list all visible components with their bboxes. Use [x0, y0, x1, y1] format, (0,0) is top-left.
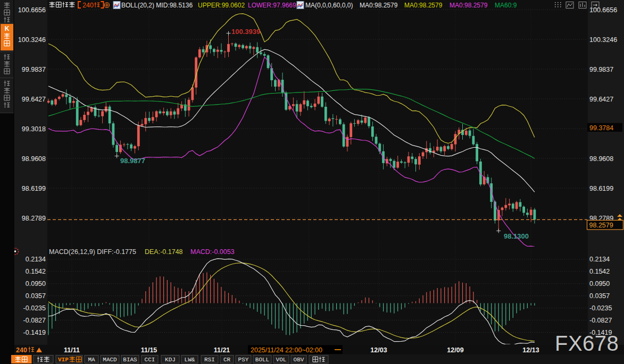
svg-text:11/21: 11/21 — [214, 346, 230, 354]
svg-text:FX678: FX678 — [555, 332, 619, 355]
svg-text:0.2134: 0.2134 — [589, 256, 610, 263]
svg-text:99.9837: 99.9837 — [589, 66, 613, 73]
svg-text:MA0:98.2579: MA0:98.2579 — [450, 2, 488, 9]
svg-text:MA0:98.2579: MA0:98.2579 — [404, 2, 443, 9]
svg-text:0.0357: 0.0357 — [26, 292, 46, 300]
svg-text:UPPER:99.0602: UPPER:99.0602 — [198, 2, 245, 9]
svg-text:PSY: PSY — [238, 357, 249, 363]
svg-text:11/15: 11/15 — [141, 346, 157, 354]
svg-text:MACD(26,12,9) DIFF:-0.1775: MACD(26,12,9) DIFF:-0.1775 — [49, 248, 136, 256]
svg-text:CR: CR — [223, 357, 231, 363]
svg-text:98.9608: 98.9608 — [589, 155, 613, 163]
svg-text:-0.0235: -0.0235 — [23, 304, 46, 312]
svg-text:MA(0,0,0,60,0,0): MA(0,0,0,60,0,0) — [305, 2, 353, 9]
svg-text:0.0950: 0.0950 — [26, 280, 46, 287]
svg-text:98.6199: 98.6199 — [22, 185, 46, 192]
svg-text:98.1300: 98.1300 — [504, 232, 529, 240]
svg-text:-0.1419: -0.1419 — [23, 329, 46, 336]
svg-text:11/11: 11/11 — [64, 346, 80, 354]
svg-text:OBV: OBV — [294, 357, 304, 363]
svg-text:0.0357: 0.0357 — [589, 292, 610, 300]
svg-text:98.2579: 98.2579 — [589, 222, 613, 229]
svg-text:98.9608: 98.9608 — [22, 155, 46, 163]
svg-text:K: K — [5, 25, 10, 32]
svg-text:0.2134: 0.2134 — [26, 256, 46, 263]
svg-text:MACD:-0.0053: MACD:-0.0053 — [190, 248, 235, 256]
svg-text:240: 240 — [82, 2, 94, 9]
svg-text:MA60:9: MA60:9 — [495, 2, 517, 9]
svg-text:-0.0235: -0.0235 — [589, 304, 612, 312]
svg-text:100.3246: 100.3246 — [18, 36, 46, 44]
svg-text:12/09: 12/09 — [447, 346, 463, 354]
svg-text:100.6656: 100.6656 — [589, 6, 617, 14]
svg-text:99.6427: 99.6427 — [589, 96, 613, 103]
svg-text:12/03: 12/03 — [370, 346, 387, 354]
svg-text:100.6656: 100.6656 — [18, 6, 46, 14]
svg-text:99.9837: 99.9837 — [22, 66, 46, 73]
svg-text:98.2789: 98.2789 — [22, 215, 46, 222]
svg-text:VOL: VOL — [276, 357, 287, 363]
svg-text:VIP: VIP — [58, 357, 69, 363]
svg-text:LOWER:97.9669: LOWER:97.9669 — [248, 2, 296, 9]
svg-text:MA0:98.2579: MA0:98.2579 — [360, 2, 398, 9]
svg-text:240: 240 — [16, 346, 27, 354]
svg-text:0.1542: 0.1542 — [26, 268, 46, 275]
svg-text:98.9877: 98.9877 — [120, 157, 145, 165]
svg-text:12/13: 12/13 — [522, 346, 539, 354]
svg-text:MA: MA — [88, 357, 95, 363]
svg-text:KDJ: KDJ — [165, 357, 176, 363]
svg-text:MACD: MACD — [103, 357, 117, 363]
svg-text:100.3939: 100.3939 — [231, 28, 260, 36]
svg-text:RSI: RSI — [204, 357, 215, 363]
svg-text:0.0950: 0.0950 — [589, 280, 610, 287]
svg-text:LW&: LW& — [185, 357, 195, 363]
svg-text:2025/11/24 22:00~02:00: 2025/11/24 22:00~02:00 — [251, 346, 322, 354]
svg-text:-0.0827: -0.0827 — [589, 317, 612, 324]
svg-text:-0.0827: -0.0827 — [23, 317, 46, 324]
svg-text:100.3246: 100.3246 — [589, 36, 617, 44]
svg-text:99.3018: 99.3018 — [22, 125, 46, 133]
svg-text:99.3784: 99.3784 — [589, 124, 613, 132]
svg-text:BOLL(20,2) MID:98.5136: BOLL(20,2) MID:98.5136 — [121, 2, 193, 9]
svg-text:BOLL: BOLL — [255, 357, 269, 363]
svg-text:BIAS: BIAS — [123, 357, 137, 363]
svg-text:98.6199: 98.6199 — [589, 185, 613, 192]
svg-text:DEA:-0.1748: DEA:-0.1748 — [145, 248, 183, 256]
svg-text:99.6427: 99.6427 — [22, 96, 46, 103]
svg-text:CCI: CCI — [145, 357, 155, 363]
svg-text:0.1542: 0.1542 — [589, 268, 610, 275]
